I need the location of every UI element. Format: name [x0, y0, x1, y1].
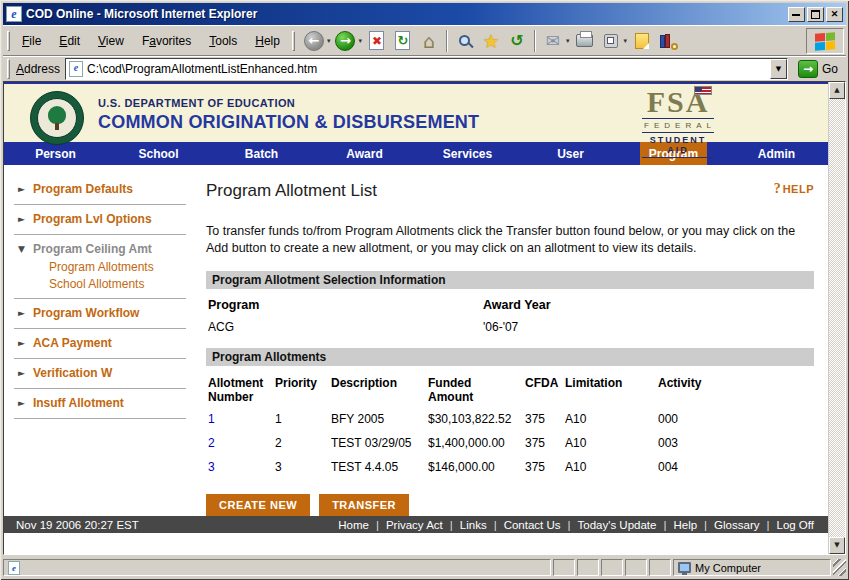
sidebar-item-program-lvl-options[interactable]: ► Program Lvl Options	[12, 210, 196, 229]
menu-view[interactable]: View	[90, 31, 132, 51]
toolbar-separator	[446, 30, 448, 52]
footer-link-help[interactable]: Help	[673, 519, 697, 531]
collapsed-arrow-icon[interactable]: ►	[18, 396, 25, 411]
main-content: Program Allotment List ? HELP To transfe…	[196, 165, 828, 516]
favorites-icon[interactable]: ★	[478, 28, 504, 54]
sidebar-item-program-ceiling-amt[interactable]: ▼ Program Ceiling Amt	[12, 240, 196, 259]
transfer-button[interactable]: TRANSFER	[319, 494, 409, 516]
allotment-number-link[interactable]: 3	[206, 454, 273, 478]
address-grip[interactable]	[7, 59, 10, 79]
search-icon[interactable]	[452, 28, 478, 54]
back-dropdown-icon[interactable]: ▾	[327, 37, 331, 45]
sidebar-subitem-program-allotments[interactable]: Program Allotments	[12, 259, 196, 276]
forward-dropdown-icon[interactable]: ▾	[358, 37, 362, 45]
edit-dropdown-icon[interactable]: ▾	[624, 37, 628, 45]
status-pane	[649, 559, 671, 576]
collapsed-arrow-icon[interactable]: ►	[18, 212, 25, 227]
menu-favorites[interactable]: Favorites	[134, 31, 199, 51]
col-description: Description	[329, 374, 426, 406]
footer-links: Home | Privacy Act | Links | Contact Us …	[338, 519, 828, 531]
minimize-button[interactable]	[788, 7, 805, 22]
allotment-number-link[interactable]: 2	[206, 430, 273, 454]
collapsed-arrow-icon[interactable]: ►	[18, 336, 25, 351]
sidebar-item-program-workflow[interactable]: ► Program Workflow	[12, 304, 196, 323]
page-bottom-space	[4, 533, 828, 554]
collapsed-arrow-icon[interactable]: ►	[18, 366, 25, 381]
notes-icon[interactable]	[629, 28, 655, 54]
footer-link-links[interactable]: Links	[460, 519, 487, 531]
col-cfda: CFDA	[523, 374, 563, 406]
forward-icon[interactable]: →	[332, 28, 358, 54]
print-icon[interactable]	[572, 28, 598, 54]
close-button[interactable]: ✕	[826, 7, 843, 22]
menu-bar: File Edit View Favorites Tools Help	[14, 31, 288, 51]
help-link[interactable]: ? HELP	[774, 181, 814, 197]
mail-icon[interactable]: ✉	[540, 28, 566, 54]
footer-link-home[interactable]: Home	[338, 519, 369, 531]
menu-tools[interactable]: Tools	[201, 31, 245, 51]
menu-grip[interactable]	[7, 31, 10, 51]
ie-icon[interactable]: e	[6, 6, 22, 22]
allotment-number-link[interactable]: 1	[206, 406, 273, 430]
my-computer-icon	[678, 562, 691, 573]
footer-link-log-off[interactable]: Log Off	[776, 519, 814, 531]
status-pane	[577, 559, 599, 576]
menu-edit[interactable]: Edit	[51, 31, 88, 51]
resize-grip[interactable]	[833, 559, 846, 576]
sidebar-item-verification-w[interactable]: ► Verification W	[12, 364, 196, 383]
sidebar-subitem-school-allotments[interactable]: School Allotments	[12, 276, 196, 293]
menu-help[interactable]: Help	[247, 31, 288, 51]
address-bar-row: Address e C:\cod\ProgramAllotmentListEnh…	[3, 55, 846, 81]
nav-user[interactable]: User	[519, 142, 622, 165]
footer-link-todays-update[interactable]: Today's Update	[578, 519, 657, 531]
toolbar-grip[interactable]	[292, 31, 295, 51]
nav-batch[interactable]: Batch	[210, 142, 313, 165]
sidebar-item-program-defaults[interactable]: ► Program Defaults	[12, 180, 196, 199]
allotment-row[interactable]: 1 1 BFY 2005 $30,103,822.52 375 A10 000	[206, 406, 814, 430]
nav-services[interactable]: Services	[416, 142, 519, 165]
award-year-value: '06-'07	[483, 320, 814, 334]
scrollbar-track[interactable]	[829, 99, 845, 537]
title-bar: e COD Online - Microsoft Internet Explor…	[3, 3, 846, 25]
address-input[interactable]: e C:\cod\ProgramAllotmentListEnhanced.ht…	[65, 58, 788, 80]
status-pane	[601, 559, 623, 576]
nav-admin[interactable]: Admin	[725, 142, 828, 165]
allotment-row[interactable]: 3 3 TEST 4.4.05 $146,000.00 375 A10 004	[206, 454, 814, 478]
sidebar-item-aca-payment[interactable]: ► ACA Payment	[12, 334, 196, 353]
scroll-up-icon[interactable]: ▲	[829, 82, 845, 99]
program-label: Program	[206, 298, 483, 312]
footer-link-glossary[interactable]: Glossary	[714, 519, 759, 531]
page-footer: Nov 19 2006 20:27 EST Home | Privacy Act…	[4, 516, 828, 533]
status-page-icon: e	[8, 561, 20, 575]
allotment-row[interactable]: 2 2 TEST 03/29/05 $1,400,000.00 375 A10 …	[206, 430, 814, 454]
maximize-button[interactable]	[807, 7, 824, 22]
nav-school[interactable]: School	[107, 142, 210, 165]
expanded-arrow-icon[interactable]: ▼	[18, 242, 25, 257]
address-dropdown-icon[interactable]: ▼	[770, 59, 787, 79]
back-icon[interactable]: ←	[301, 28, 327, 54]
scroll-down-icon[interactable]: ▼	[829, 537, 845, 554]
collapsed-arrow-icon[interactable]: ►	[18, 306, 25, 321]
research-icon[interactable]	[655, 28, 681, 54]
history-icon[interactable]: ↺	[504, 28, 530, 54]
vertical-scrollbar[interactable]: ▲ ▼	[828, 82, 845, 554]
nav-award[interactable]: Award	[313, 142, 416, 165]
sidebar: ► Program Defaults ► Program Lvl Options…	[4, 165, 196, 516]
sidebar-divider	[14, 418, 186, 419]
refresh-icon[interactable]: ↻	[390, 28, 416, 54]
edit-icon[interactable]	[598, 28, 624, 54]
stop-icon[interactable]: ✖	[364, 28, 390, 54]
sidebar-divider	[14, 298, 186, 299]
footer-link-contact-us[interactable]: Contact Us	[504, 519, 561, 531]
go-button[interactable]: → Go	[794, 59, 842, 79]
create-new-button[interactable]: CREATE NEW	[206, 494, 310, 516]
menu-file[interactable]: File	[14, 31, 49, 51]
sidebar-item-insuff-allotment[interactable]: ► Insuff Allotment	[12, 394, 196, 413]
site-banner: U.S. DEPARTMENT OF EDUCATION COMMON ORIG…	[4, 82, 828, 142]
mail-dropdown-icon[interactable]: ▾	[566, 37, 570, 45]
collapsed-arrow-icon[interactable]: ►	[18, 182, 25, 197]
home-icon[interactable]: ⌂	[416, 28, 442, 54]
nav-person[interactable]: Person	[4, 142, 107, 165]
address-value[interactable]: C:\cod\ProgramAllotmentListEnhanced.htm	[87, 62, 770, 76]
footer-link-privacy-act[interactable]: Privacy Act	[386, 519, 443, 531]
